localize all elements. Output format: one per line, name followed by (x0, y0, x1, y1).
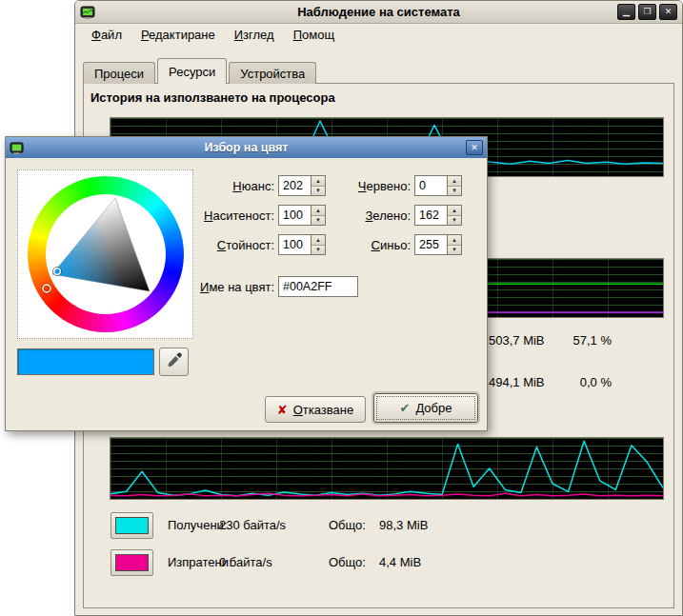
spin-up-icon[interactable]: ▲ (448, 235, 461, 246)
red-spinner[interactable]: ▲▼ (414, 175, 462, 196)
hue-input[interactable] (279, 176, 311, 195)
value-label: Стойност: (168, 234, 274, 252)
green-spinner[interactable]: ▲▼ (414, 205, 462, 226)
sent-total-label: Общо: (329, 556, 366, 569)
dialog-app-icon (10, 141, 24, 155)
received-total: 98,3 MiB (379, 519, 428, 532)
sent-color-button[interactable] (110, 549, 153, 576)
app-icon (80, 5, 95, 20)
cpu-history-heading: История на използването на процесора (90, 90, 335, 105)
window-controls: ▁ ❐ ✕ (617, 4, 677, 20)
close-button[interactable]: ✕ (659, 4, 677, 20)
blue-spinner[interactable]: ▲▼ (414, 234, 462, 255)
dialog-body: Нюанс: ▲▼ Червено: ▲▼ Наситеност: ▲▼ Зел… (6, 158, 487, 432)
main-window-titlebar[interactable]: Наблюдение на системата ▁ ❐ ✕ (75, 1, 682, 24)
color-wheel-panel (17, 169, 193, 339)
red-label: Червено: (330, 175, 411, 193)
ok-button-label: Добре (415, 401, 452, 415)
eyedropper-button[interactable] (159, 348, 189, 376)
spin-down-icon[interactable]: ▼ (448, 246, 461, 255)
sent-rate: 0 байта/s (219, 556, 272, 569)
menu-edit[interactable]: Редактиране (132, 26, 224, 44)
memory-percent: 57,1 % (532, 334, 612, 348)
spin-up-icon[interactable]: ▲ (448, 206, 461, 216)
dialog-close-button[interactable]: ✕ (466, 140, 483, 155)
saturation-label: Наситеност: (168, 205, 274, 223)
red-input[interactable] (415, 176, 447, 195)
spin-up-icon[interactable]: ▲ (311, 176, 325, 187)
spin-down-icon[interactable]: ▼ (311, 246, 325, 255)
received-rate: 230 байта/s (219, 519, 286, 532)
swap-percent: 0,0 % (532, 376, 612, 389)
saturation-value-triangle[interactable] (28, 176, 184, 332)
color-name-label: Име на цвят: (168, 276, 274, 294)
menu-file[interactable]: Файл (83, 26, 131, 44)
menubar: Файл Редактиране Изглед Помощ (75, 24, 682, 45)
color-preview (17, 348, 154, 375)
received-color-swatch (115, 517, 149, 534)
minimize-icon: ▁ (623, 8, 630, 16)
dialog-close-icon: ✕ (471, 143, 478, 152)
dialog-title: Избор на цвят (6, 141, 487, 154)
spin-up-icon[interactable]: ▲ (311, 235, 325, 246)
spin-up-icon[interactable]: ▲ (448, 176, 461, 187)
tab-devices[interactable]: Устройства (229, 62, 316, 84)
dialog-titlebar[interactable]: Избор на цвят ✕ (6, 137, 487, 158)
saturation-spinner[interactable]: ▲▼ (278, 205, 326, 226)
sent-color-swatch (115, 554, 149, 571)
green-label: Зелено: (330, 205, 411, 223)
close-icon: ✕ (665, 8, 673, 16)
tab-strip: Процеси Ресурси Устройства (83, 58, 318, 84)
minimize-button[interactable]: ▁ (617, 4, 635, 20)
tab-resources[interactable]: Ресурси (157, 58, 227, 84)
value-input[interactable] (279, 235, 311, 254)
spin-down-icon[interactable]: ▼ (311, 187, 325, 196)
value-spinner[interactable]: ▲▼ (278, 234, 326, 255)
green-input[interactable] (415, 206, 447, 225)
blue-label: Синьо: (330, 234, 411, 252)
main-window-title: Наблюдение на системата (75, 5, 682, 19)
spin-up-icon[interactable]: ▲ (311, 206, 325, 216)
menu-view[interactable]: Изглед (226, 26, 283, 44)
color-picker-dialog: Избор на цвят ✕ (5, 136, 488, 431)
hue-spinner[interactable]: ▲▼ (278, 175, 326, 196)
tab-processes[interactable]: Процеси (83, 62, 155, 84)
color-wheel (28, 176, 184, 332)
hue-label: Нюанс: (168, 175, 274, 193)
cancel-button[interactable]: ✘ Отказване (265, 396, 366, 423)
network-history-chart (110, 437, 664, 500)
cancel-button-label: Отказване (293, 403, 354, 417)
received-total-label: Общо: (329, 519, 366, 532)
maximize-icon: ❐ (643, 8, 651, 16)
blue-input[interactable] (415, 235, 447, 254)
menu-help[interactable]: Помощ (285, 26, 343, 44)
maximize-button[interactable]: ❐ (638, 4, 656, 20)
saturation-input[interactable] (279, 206, 311, 225)
ok-check-icon: ✔ (400, 401, 411, 415)
spin-down-icon[interactable]: ▼ (311, 216, 325, 226)
cancel-x-icon: ✘ (277, 403, 288, 417)
color-name-input[interactable] (278, 276, 358, 297)
eyedropper-icon (165, 351, 184, 373)
spin-down-icon[interactable]: ▼ (448, 216, 461, 226)
spin-down-icon[interactable]: ▼ (448, 187, 461, 196)
received-color-button[interactable] (110, 512, 153, 539)
sent-total: 4,4 MiB (379, 556, 421, 569)
ok-button[interactable]: ✔ Добре (373, 393, 478, 423)
